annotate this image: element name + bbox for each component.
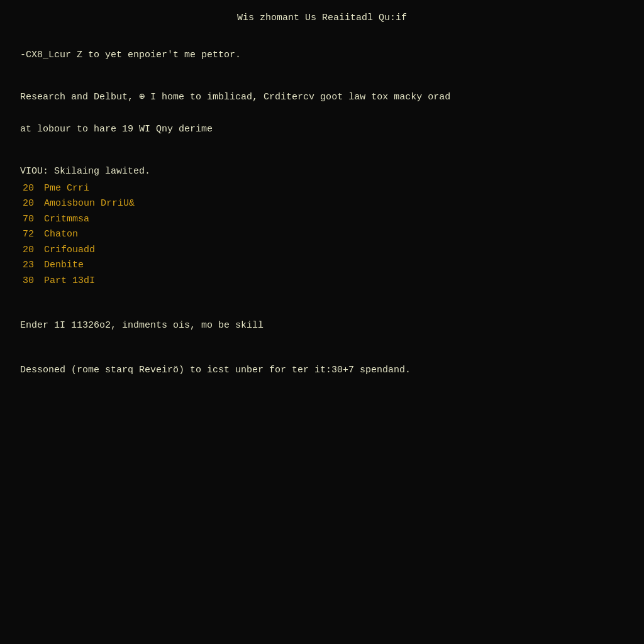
skill-number: 20 (11, 243, 44, 258)
skill-name: Denbite (44, 258, 84, 273)
skill-row: 20Crifouadd (11, 243, 635, 258)
skill-row: 70Critmmsa (11, 213, 635, 227)
skill-table: 20Pme Crri20Amoisboun DrriU&70Critmmsa72… (11, 182, 635, 289)
skill-row: 72Chaton (11, 228, 635, 242)
skill-row: 20Pme Crri (11, 182, 635, 196)
skill-name: Part 13dI (44, 274, 95, 289)
skill-name: Chaton (44, 228, 78, 242)
skill-row: 23 Denbite (11, 258, 635, 273)
skill-number: 72 (11, 228, 44, 242)
skill-name: Critmmsa (44, 213, 89, 227)
skill-name: Pme Crri (44, 182, 89, 196)
skill-number: 30 (11, 274, 44, 289)
skill-number: 23 (11, 258, 44, 273)
bottom-line-1: Ender 1I 11326o2, indments ois, mo be sk… (9, 304, 635, 333)
skill-number: 70 (11, 213, 44, 227)
title-line: Wis zhomant Us Reaiitadl Qu:if (9, 11, 635, 26)
skill-row: 30Part 13dI (11, 274, 635, 289)
skill-name: Crifouadd (44, 243, 95, 258)
skill-number: 20 (11, 182, 44, 196)
line3: at lobour to hare 19 WI Qny derime (9, 109, 635, 137)
skill-number: 20 (11, 197, 44, 211)
skill-row: 20Amoisboun DrriU& (11, 197, 635, 211)
skill-name: Amoisboun DrriU& (44, 197, 135, 211)
line1: -CX8_Lcur Z to yet enpoier't me pettor. (9, 35, 635, 63)
line2: Research and Delbut, ⊕ I home to imblica… (9, 77, 635, 105)
bottom-line-2: Dessoned (rome starq Reveirö) to icst un… (9, 349, 635, 377)
section-header: VIOU: Skilaing lawited. (9, 151, 635, 179)
title-text: Wis zhomant Us Reaiitadl Qu:if (237, 13, 407, 23)
